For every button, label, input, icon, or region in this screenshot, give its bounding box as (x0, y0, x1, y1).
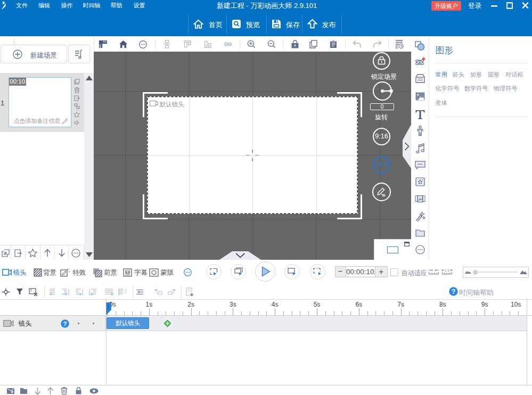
svg-text:?: ? (63, 320, 67, 327)
svg-text:?: ? (452, 288, 455, 295)
svg-text:1:1: 1:1 (445, 269, 449, 272)
